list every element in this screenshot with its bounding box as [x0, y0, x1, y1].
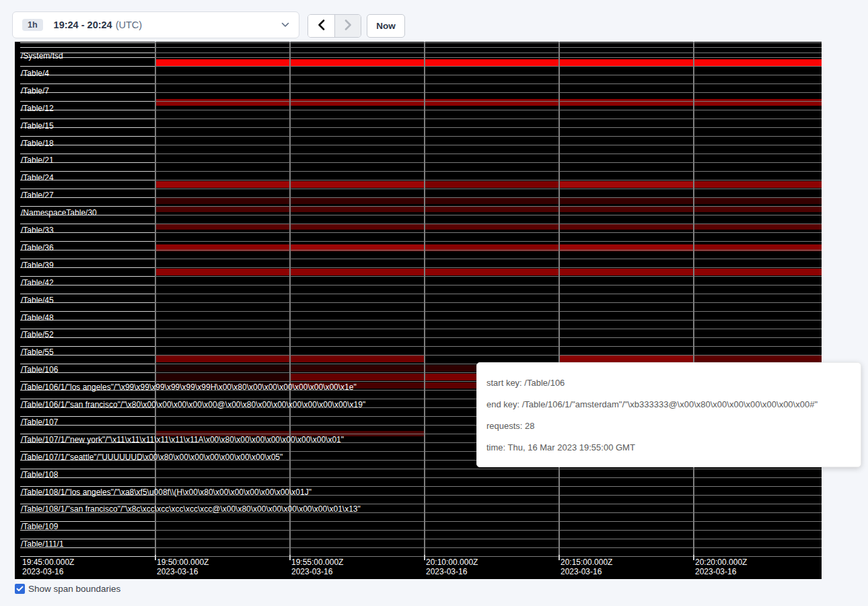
span-boundary-line — [20, 294, 822, 294]
axis-date: 2023-03-16 — [291, 567, 343, 576]
span-boundary-line — [20, 83, 822, 84]
span-row-label: /Table/106/1/"los angeles"/"\x99\x99\x99… — [21, 383, 357, 392]
checkbox-checked-icon[interactable] — [15, 584, 25, 594]
span-row-label: /System/tsd — [21, 52, 63, 61]
heat-bar — [155, 198, 822, 204]
span-row-label: /NamespaceTable/30 — [21, 209, 97, 217]
span-boundary-line — [20, 53, 822, 53]
span-boundary-line — [20, 197, 822, 198]
span-row-label: /Table/18 — [21, 139, 54, 148]
span-row-label: /Table/108 — [21, 471, 58, 479]
span-row-label: /Table/33 — [21, 226, 54, 235]
span-boundary-line — [20, 539, 822, 539]
heat-bar — [155, 59, 822, 66]
span-row-label: /Table/107/1/"new york"/"\x11\x11\x11\x1… — [21, 436, 344, 444]
span-boundary-line — [20, 66, 822, 67]
tooltip-time: time: Thu, 16 Mar 2023 19:55:00 GMT — [486, 437, 851, 459]
x-axis-label: 19:50:00.000Z2023-03-16 — [157, 558, 209, 576]
span-row-label: /Table/27 — [21, 191, 54, 200]
axis-time: 19:55:00.000Z — [291, 558, 343, 567]
heat-bar — [155, 206, 822, 212]
x-axis-label: 20:10:00.000Z2023-03-16 — [426, 558, 478, 576]
span-boundary-line — [20, 171, 822, 172]
heat-bar — [694, 181, 822, 188]
axis-tick — [558, 555, 560, 560]
span-boundary-line — [20, 276, 822, 277]
span-row-label: /Table/45 — [21, 296, 54, 305]
heat-bar — [290, 374, 425, 380]
time-gridline — [558, 42, 560, 556]
axis-date: 2023-03-16 — [22, 567, 74, 576]
heat-bar — [155, 269, 822, 275]
span-row-label: /Table/107/1/"seattle"/"UUUUUUD\x00\x80\… — [21, 453, 283, 462]
next-time-button[interactable] — [334, 15, 361, 37]
timezone-label: (UTC) — [116, 20, 142, 30]
span-row-label: /Table/24 — [21, 174, 54, 182]
span-row-label: /Table/106/1/"san francisco"/"\x80\x00\x… — [21, 401, 365, 409]
span-row-label: /Table/55 — [21, 348, 54, 357]
span-row-label: /Table/36 — [21, 244, 54, 252]
time-gridline — [155, 42, 156, 556]
span-boundary-line — [20, 127, 822, 128]
duration-badge: 1h — [22, 19, 43, 31]
span-row-label: /Table/48 — [21, 314, 54, 323]
tooltip-end-key: end key: /Table/106/1/"amsterdam"/"\xb33… — [486, 394, 851, 415]
span-row-label: /Table/7 — [21, 87, 49, 96]
now-button[interactable]: Now — [367, 14, 405, 38]
span-boundary-line — [20, 47, 822, 48]
span-boundary-line — [20, 75, 822, 75]
span-row-label: /Table/109 — [21, 523, 58, 531]
axis-time: 19:50:00.000Z — [157, 558, 209, 567]
chevron-down-icon — [281, 22, 289, 28]
span-boundary-line — [20, 232, 822, 233]
axis-time: 19:45:00.000Z — [22, 558, 74, 567]
time-range-selector[interactable]: 1h 19:24 - 20:24 (UTC) — [12, 11, 299, 38]
x-axis-label: 20:20:00.000Z2023-03-16 — [695, 558, 747, 576]
span-row-label: /Table/39 — [21, 261, 54, 270]
span-row-label: /Table/42 — [21, 279, 54, 288]
span-boundary-line — [20, 42, 822, 43]
previous-time-button[interactable] — [308, 15, 334, 37]
span-boundary-line — [20, 119, 822, 119]
span-boundary-line — [20, 145, 822, 145]
span-boundary-line — [20, 57, 822, 58]
heat-bar — [425, 181, 559, 188]
span-row-label: /Table/108/1/"san francisco"/"\x8c\xcc\x… — [21, 505, 361, 514]
show-span-boundaries-control[interactable]: Show span boundaries — [15, 584, 120, 594]
span-row-label: /Table/12 — [21, 104, 54, 113]
span-boundary-line — [20, 241, 822, 242]
span-row-label: /Table/107 — [21, 418, 58, 427]
heat-bar — [559, 181, 694, 188]
time-gridline — [424, 42, 425, 556]
span-boundary-line — [20, 180, 822, 180]
span-boundary-line — [20, 337, 822, 338]
chevron-left-icon — [318, 20, 325, 32]
time-range-label: 19:24 - 20:24 — [54, 20, 112, 30]
axis-tick — [155, 555, 156, 560]
span-boundary-line — [20, 250, 822, 250]
axis-date: 2023-03-16 — [560, 567, 612, 576]
span-boundary-line — [20, 110, 822, 110]
span-row-label: /Table/106 — [21, 366, 58, 374]
span-boundary-line — [20, 259, 822, 259]
span-boundary-line — [20, 162, 822, 163]
key-visualizer-canvas[interactable]: /System/tsd/Table/4/Table/7/Table/12/Tab… — [15, 42, 822, 579]
heat-bar — [559, 356, 694, 362]
span-boundary-line — [20, 101, 822, 102]
span-boundary-line — [20, 311, 822, 312]
span-row-label: /Table/108/1/"los angeles"/"\xa8\xf5\u00… — [21, 488, 312, 497]
checkbox-label: Show span boundaries — [28, 584, 120, 594]
heat-bar — [155, 365, 290, 372]
heat-bar — [155, 374, 290, 380]
span-boundary-line — [20, 189, 822, 189]
span-boundary-line — [20, 346, 822, 347]
span-boundary-line — [20, 215, 822, 215]
span-row-label: /Table/15 — [21, 122, 54, 131]
span-boundary-line — [20, 355, 822, 356]
x-axis-label: 20:15:00.000Z2023-03-16 — [560, 558, 612, 576]
span-boundary-line — [20, 92, 822, 93]
span-boundary-line — [20, 285, 822, 285]
heat-bar — [155, 99, 822, 106]
span-boundary-line — [20, 302, 822, 303]
span-boundary-line — [20, 329, 822, 329]
